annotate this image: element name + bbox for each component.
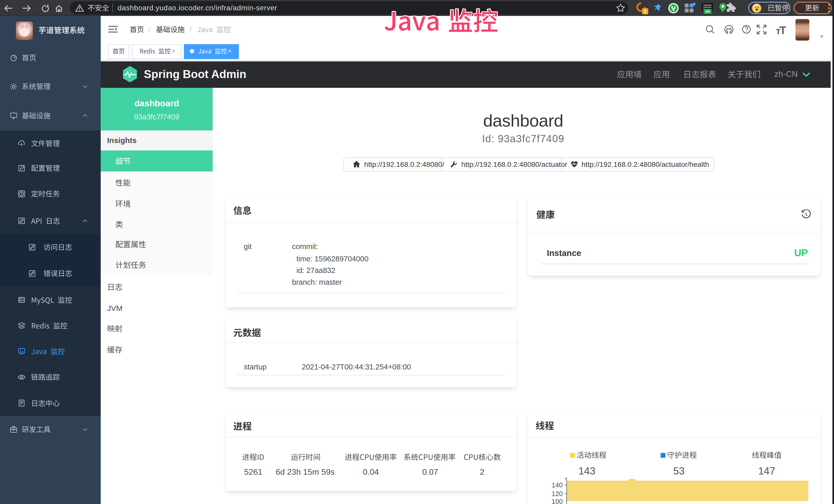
svg-text:on: on [705, 9, 710, 13]
svg-text:1: 1 [644, 8, 647, 14]
